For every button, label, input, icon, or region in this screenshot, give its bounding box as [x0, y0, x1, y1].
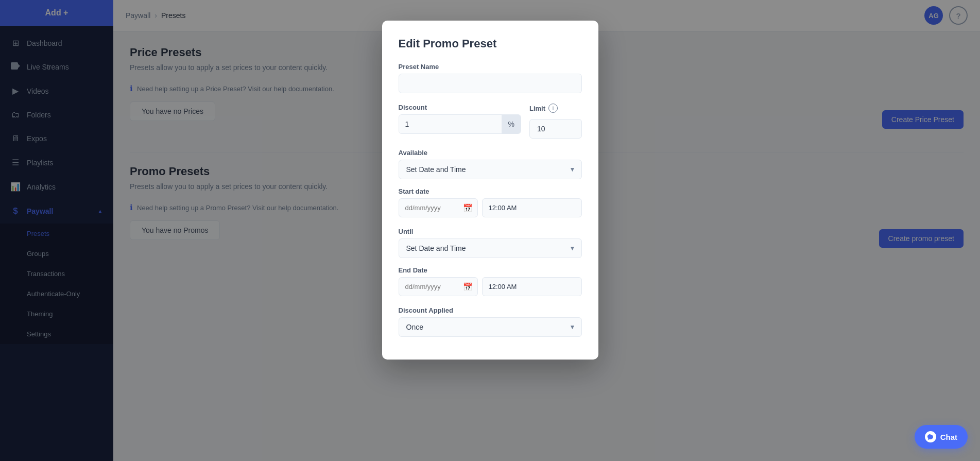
end-date-row: 📅	[399, 277, 582, 296]
modal-title: Edit Promo Preset	[399, 37, 582, 50]
limit-label: Limit	[529, 105, 545, 112]
end-date-section: End Date 📅	[399, 266, 582, 296]
chat-icon	[925, 431, 936, 442]
modal-content: Edit Promo Preset Preset Name Discount %…	[382, 21, 598, 360]
discount-applied-label: Discount Applied	[399, 306, 582, 314]
limit-input[interactable]	[529, 119, 582, 139]
until-label: Until	[399, 228, 582, 235]
available-select-wrap: Set Date and Time Always Never ▼	[399, 160, 582, 179]
available-section: Available Set Date and Time Always Never…	[399, 149, 582, 179]
discount-group: Discount %	[399, 104, 521, 139]
limit-info-icon[interactable]: i	[548, 104, 558, 113]
start-date-input[interactable]	[399, 198, 478, 217]
until-select-wrap: Set Date and Time Always Never ▼	[399, 238, 582, 258]
limit-group: Limit i	[529, 104, 582, 139]
until-section: Until Set Date and Time Always Never ▼	[399, 228, 582, 258]
discount-unit: %	[502, 115, 521, 133]
discount-applied-select-wrap: Once Every Billing Cycle Forever ▼	[399, 317, 582, 337]
limit-label-row: Limit i	[529, 104, 582, 113]
chat-label: Chat	[940, 433, 957, 441]
discount-label: Discount	[399, 104, 521, 111]
modal-overlay: Edit Promo Preset Preset Name Discount %…	[0, 0, 980, 461]
start-date-row: 📅	[399, 198, 582, 217]
discount-input[interactable]	[399, 115, 502, 133]
discount-applied-section: Discount Applied Once Every Billing Cycl…	[399, 306, 582, 337]
preset-name-label: Preset Name	[399, 63, 582, 71]
available-select[interactable]: Set Date and Time Always Never	[399, 160, 582, 179]
end-date-input-wrap: 📅	[399, 277, 478, 296]
end-date-input[interactable]	[399, 277, 478, 296]
start-date-label: Start date	[399, 187, 582, 195]
discount-limit-row: Discount % Limit i	[399, 104, 582, 139]
discount-input-wrap: %	[399, 114, 521, 134]
preset-name-input[interactable]	[399, 74, 582, 93]
start-date-input-wrap: 📅	[399, 198, 478, 217]
until-select[interactable]: Set Date and Time Always Never	[399, 238, 582, 258]
start-time-input[interactable]	[482, 198, 582, 217]
available-label: Available	[399, 149, 582, 157]
edit-promo-preset-modal: Edit Promo Preset Preset Name Discount %…	[382, 21, 598, 360]
start-date-section: Start date 📅	[399, 187, 582, 217]
end-date-label: End Date	[399, 266, 582, 274]
chat-button[interactable]: Chat	[915, 425, 968, 449]
end-time-input[interactable]	[482, 277, 582, 296]
discount-applied-select[interactable]: Once Every Billing Cycle Forever	[399, 317, 582, 337]
